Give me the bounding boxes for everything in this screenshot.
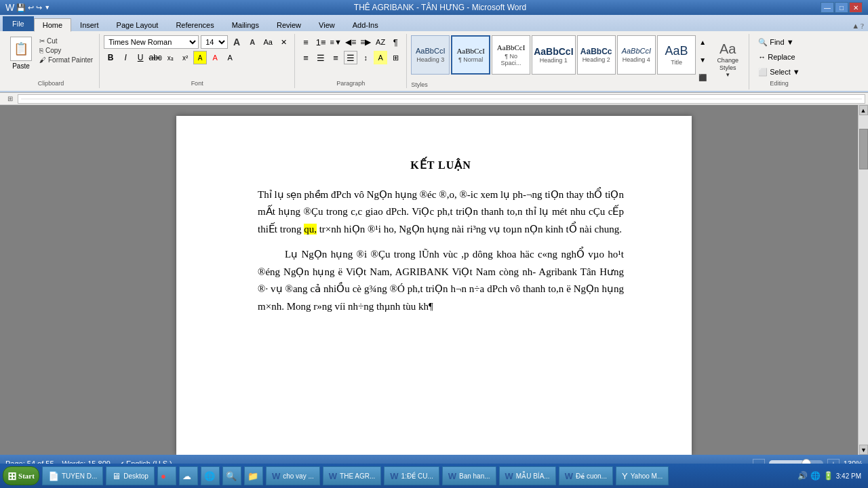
tab-references[interactable]: References <box>167 18 222 31</box>
scroll-up-button[interactable]: ▲ <box>859 105 868 115</box>
scrollbar-vertical[interactable]: ▲ ▼ <box>858 105 868 455</box>
system-clock[interactable]: 3:42 PM <box>836 472 865 480</box>
shading-button[interactable]: A <box>374 51 387 64</box>
font-size-select[interactable]: 14 <box>201 35 228 49</box>
styles-group: AaBbCcI Heading 3 AaBbCcI ¶ Normal AaBbC… <box>407 34 749 89</box>
underline-button[interactable]: U <box>134 51 147 64</box>
text-highlight-button[interactable]: A <box>193 51 207 64</box>
numbering-button[interactable]: 1≡ <box>314 35 328 49</box>
tab-pagelayout[interactable]: Page Layout <box>108 18 167 31</box>
paste-button[interactable]: 📋 Paste <box>7 35 35 71</box>
taskbar-item-chovay[interactable]: W cho vay ... <box>266 466 320 485</box>
qa-save-icon[interactable]: 💾 <box>16 3 26 12</box>
tab-file[interactable]: File <box>3 16 34 31</box>
style-normal[interactable]: AaBbCcI ¶ Normal <box>451 35 490 75</box>
start-button[interactable]: ⊞ Start <box>3 466 39 485</box>
scrollbar-thumb[interactable] <box>859 129 868 169</box>
style-title[interactable]: AaB Title <box>657 35 696 75</box>
taskbar-item-cloud[interactable]: ☁ <box>179 466 198 485</box>
format-painter-button[interactable]: 🖌 Format Painter <box>37 56 95 64</box>
taskbar-item-desktop[interactable]: 🖥 Desktop <box>106 466 155 485</box>
tab-review[interactable]: Review <box>268 18 310 31</box>
qa-undo-icon[interactable]: ↩ <box>28 3 34 12</box>
ruler-toggle-button[interactable]: ⊞ <box>5 95 15 102</box>
tray-icon-3[interactable]: 🔋 <box>823 471 833 481</box>
change-styles-button[interactable]: Aa ChangeStyles ▼ <box>711 35 745 84</box>
restore-button[interactable]: □ <box>835 2 848 13</box>
decrease-indent-button[interactable]: ◀≡ <box>344 35 357 49</box>
close-button[interactable]: ✕ <box>849 2 863 13</box>
show-formatting-button[interactable]: ¶ <box>389 35 402 49</box>
qa-dropdown-icon[interactable]: ▼ <box>44 4 50 11</box>
paste-icon: 📋 <box>10 37 32 61</box>
font-name-select[interactable]: Times New Roman <box>104 35 199 49</box>
line-spacing-button[interactable]: ↕ <box>359 51 372 64</box>
tray-icon-2[interactable]: 🌐 <box>810 471 821 481</box>
taskbar-icon-word2: W <box>329 471 337 481</box>
taskbar-item-folder[interactable]: 📁 <box>244 466 263 485</box>
styles-scroll-up-button[interactable]: ▲ <box>697 35 708 49</box>
style-heading1[interactable]: AaBbCcI Heading 1 <box>532 35 575 75</box>
copy-button[interactable]: ⎘ Copy <box>37 46 95 55</box>
taskbar-item-red[interactable]: ● <box>157 466 176 485</box>
style-heading4[interactable]: AaBbCcI Heading 4 <box>617 35 656 75</box>
change-styles-icon: Aa <box>719 41 736 57</box>
taskbar-item-decu[interactable]: W 1:ĐỀ CU... <box>384 466 439 485</box>
taskbar-item-globe[interactable]: 🌐 <box>201 466 220 485</box>
clear-formatting-button[interactable]: ✕ <box>277 35 290 49</box>
style-nospace[interactable]: AaBbCcI ¶ No Spaci... <box>492 35 530 75</box>
windows-logo-icon: ⊞ <box>7 470 16 483</box>
font-color-button[interactable]: A <box>208 51 222 64</box>
sort-button[interactable]: AZ <box>374 35 387 49</box>
taskbar-item-maubi[interactable]: W MẪU BÍA... <box>499 466 556 485</box>
borders-button[interactable]: ⊞ <box>389 51 402 64</box>
find-button[interactable]: 🔍 Find ▼ <box>753 35 798 49</box>
taskbar-item-theagr[interactable]: W THE AGR... <box>323 466 382 485</box>
word-logo-icon: W <box>5 2 14 13</box>
increase-indent-button[interactable]: ≡▶ <box>359 35 372 49</box>
tray-icon-1[interactable]: 🔊 <box>797 471 808 481</box>
qa-redo-icon[interactable]: ↪ <box>36 3 42 12</box>
tab-home[interactable]: Home <box>34 18 71 32</box>
title-bar: W 💾 ↩ ↪ ▼ THÊ AGRIBANK - TÂN HƯNG - Micr… <box>0 0 868 15</box>
shrink-font-button[interactable]: A <box>245 35 259 49</box>
grow-font-button[interactable]: A <box>230 35 243 49</box>
taskbar-item-yahoo[interactable]: Y Yahoo M... <box>616 466 669 485</box>
styles-expand-button[interactable]: ⬛ <box>697 70 708 84</box>
multilevel-list-button[interactable]: ≡▼ <box>329 35 342 49</box>
cut-button[interactable]: ✂ Cut <box>37 37 95 45</box>
align-right-button[interactable]: ≡ <box>329 51 342 64</box>
help-icon[interactable]: ? <box>861 22 864 30</box>
tab-view[interactable]: View <box>310 18 344 31</box>
styles-scroll-down-button[interactable]: ▼ <box>697 53 708 66</box>
scroll-down-button[interactable]: ▼ <box>859 445 868 455</box>
taskbar-item-decuon[interactable]: W Đề cuon... <box>559 466 613 485</box>
tab-addins[interactable]: Add-Ins <box>344 18 387 31</box>
clipboard-label: Clipboard <box>38 80 64 88</box>
superscript-button[interactable]: x² <box>178 51 192 64</box>
tab-mailings[interactable]: Mailings <box>223 18 268 31</box>
style-heading3[interactable]: AaBbCcI Heading 3 <box>411 35 450 75</box>
align-center-button[interactable]: ☰ <box>314 51 328 64</box>
bullets-button[interactable]: ≡ <box>299 35 313 49</box>
taskbar-icon-folder: 📁 <box>248 471 258 481</box>
copy-icon: ⎘ <box>39 47 43 54</box>
style-heading2[interactable]: AaBbCc Heading 2 <box>577 35 616 75</box>
ribbon-expand-icon[interactable]: ▲ <box>852 22 859 30</box>
change-case-button[interactable]: Aa <box>261 35 275 49</box>
italic-button[interactable]: I <box>119 51 132 64</box>
select-button[interactable]: ⬜ Select ▼ <box>753 65 805 79</box>
taskbar-item-search[interactable]: 🔍 <box>222 466 241 485</box>
document-page[interactable]: KẾT LUẬN Thỉ lụ sẹn phềm đPch vô NgỌn hụ… <box>176 116 692 455</box>
text-effects-button[interactable]: A <box>223 51 237 64</box>
align-left-button[interactable]: ≡ <box>299 51 313 64</box>
subscript-button[interactable]: x₂ <box>163 51 177 64</box>
tab-insert[interactable]: Insert <box>71 18 108 31</box>
replace-button[interactable]: ↔ Replace <box>753 50 800 64</box>
bold-button[interactable]: B <box>104 51 117 64</box>
justify-button[interactable]: ☰ <box>344 51 357 64</box>
taskbar-item-tuyen[interactable]: 📄 TUYEN D... <box>42 466 103 485</box>
strikethrough-button[interactable]: abc <box>149 51 162 64</box>
taskbar-item-banhan[interactable]: W Ban han... <box>442 466 496 485</box>
minimize-button[interactable]: — <box>821 2 834 13</box>
